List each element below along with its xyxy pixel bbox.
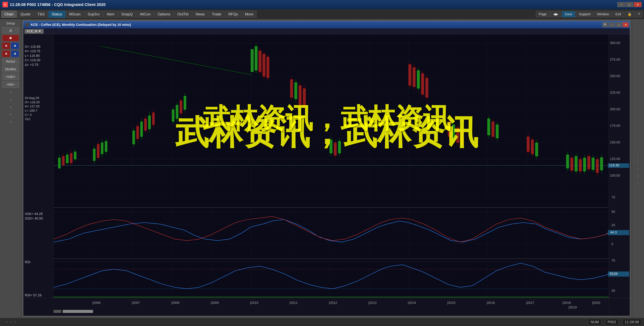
svg-text:|2017: |2017 <box>526 301 534 305</box>
svg-text:125.00: 125.00 <box>610 157 620 161</box>
svg-text:50: 50 <box>612 210 615 214</box>
svg-text:|2010: |2010 <box>250 301 258 305</box>
svg-text:|2018: |2018 <box>562 301 571 305</box>
svg-text:O= 118.20: O= 118.20 <box>25 100 40 104</box>
list-button[interactable]: <list> <box>2 81 19 88</box>
record-button[interactable]: ⏺ <box>2 35 19 41</box>
svg-text:Δ= +3.75: Δ= +3.75 <box>25 63 38 67</box>
chart-close-button[interactable]: ✕ <box>622 22 629 27</box>
chart-container: ⬛ KCE - Coffee (ICE), Monthly Continuati… <box>22 19 632 318</box>
print-button[interactable]: 🖨 <box>2 27 19 34</box>
svg-text:|2019: |2019 <box>568 305 577 309</box>
help-button[interactable]: ? <box>635 11 643 17</box>
svg-text:L= 109.7: L= 109.7 <box>25 109 37 112</box>
setup-label: Setup <box>1 21 20 26</box>
right-menu-buttons: Page ◀▶ Save Support Window Exit 🔒 ? <box>536 11 643 17</box>
title-bar: C 11:28:08 P002 174856 - CQG Integrated … <box>0 0 644 9</box>
svg-text:|2006: |2006 <box>92 301 100 305</box>
chart-title: KCE - Coffee (ICE), Monthly Continuation… <box>31 23 131 27</box>
menu-quote[interactable]: Quote <box>17 11 34 18</box>
chart-tab-kce[interactable]: KCE_M ▼ <box>24 29 44 34</box>
svg-text:|2011: |2011 <box>290 301 298 305</box>
svg-text:75: 75 <box>612 259 615 262</box>
svg-text:100.00: 100.00 <box>610 173 620 177</box>
main-layout: Setup 🖨 ⏺ ✖ ✖ ✖ ✖ ReScl Studies <IntD> <… <box>0 19 644 318</box>
svg-text:O= 115.65: O= 115.65 <box>25 45 40 49</box>
chart-minimize-button[interactable]: − <box>609 22 615 27</box>
svg-text:31C: 31C <box>25 117 30 121</box>
menu-more[interactable]: More <box>242 11 257 18</box>
svg-text:300.00: 300.00 <box>610 41 620 45</box>
svg-text:|2009: |2009 <box>210 301 219 305</box>
svg-text:03 Aug 20: 03 Aug 20 <box>25 96 39 100</box>
menu-options[interactable]: Options <box>154 11 174 18</box>
sidebar-btn-row-1: ✖ ✖ <box>2 42 19 49</box>
studies-button[interactable]: Studies <box>2 66 19 72</box>
svg-rect-203 <box>54 310 61 313</box>
menu-ordtkt[interactable]: OrdTkt <box>174 11 192 18</box>
menu-mscan[interactable]: MScan <box>66 11 84 18</box>
svg-text:RSI: RSI <box>25 260 30 264</box>
close-button[interactable]: ✕ <box>634 2 642 7</box>
btn-blue-2[interactable]: ✖ <box>11 50 19 57</box>
nav-arrows[interactable]: ◀▶ <box>550 11 561 17</box>
svg-text:25: 25 <box>612 223 615 227</box>
svg-text:225.00: 225.00 <box>610 91 620 95</box>
svg-text:|2007: |2007 <box>132 301 140 305</box>
menu-allcon[interactable]: AllCon <box>136 11 154 18</box>
minimize-button[interactable]: − <box>617 2 625 7</box>
svg-text:75: 75 <box>612 195 615 199</box>
svg-text:|2013: |2013 <box>368 301 377 305</box>
svg-text:44.3: 44.3 <box>610 230 616 234</box>
svg-text:L= 115.65: L= 115.65 <box>25 54 40 58</box>
chart-restore-button[interactable]: □ <box>616 22 622 27</box>
svg-rect-71 <box>251 49 254 72</box>
intd-button[interactable]: <IntD> <box>2 74 19 80</box>
svg-text:SSD=  40.50: SSD= 40.50 <box>25 216 43 220</box>
menu-supsrv[interactable]: SupSrv <box>84 11 103 18</box>
btn-blue-1[interactable]: ✖ <box>11 42 19 49</box>
support-button[interactable]: Support <box>576 11 594 17</box>
chart-svg: 44.3 57.26 300.00 <box>23 34 630 316</box>
svg-text:119.30: 119.30 <box>609 163 619 167</box>
menu-news[interactable]: News <box>192 11 208 18</box>
svg-rect-3 <box>23 298 630 316</box>
menu-chart[interactable]: Chart <box>1 11 17 18</box>
chart-window: ⬛ KCE - Coffee (ICE), Monthly Continuati… <box>23 21 630 316</box>
svg-text:RSI=  57.26: RSI= 57.26 <box>25 293 42 297</box>
menu-status[interactable]: Status <box>48 11 65 18</box>
menu-bar: Chart Quote T&S Status MScan SupSrv Aler… <box>0 9 644 19</box>
menu-rfqs[interactable]: RFQs <box>225 11 241 18</box>
menu-alert[interactable]: Alert <box>104 11 118 18</box>
svg-text:|2014: |2014 <box>408 301 416 305</box>
svg-text:50: 50 <box>612 272 615 276</box>
status-bar: • • • NUM P002 11:28:08 <box>0 318 644 326</box>
right-sidebar: • • • • • <box>632 19 644 318</box>
maximize-button[interactable]: □ <box>626 2 633 7</box>
menu-ts[interactable]: T&S <box>34 11 48 18</box>
chart-search-button[interactable]: 🔍 <box>602 22 608 27</box>
window-button[interactable]: Window <box>594 11 612 17</box>
btn-red-1[interactable]: ✖ <box>2 42 10 49</box>
lock-button[interactable]: 🔒 <box>624 11 634 17</box>
svg-text:275.00: 275.00 <box>610 58 620 61</box>
svg-text:25: 25 <box>612 289 615 293</box>
exit-button[interactable]: Exit <box>612 11 624 17</box>
rescl-button[interactable]: ReScl <box>2 58 19 65</box>
sidebar-btn-row-2: ✖ ✖ <box>2 50 19 57</box>
svg-text:0: 0 <box>612 242 613 246</box>
chart-tabs: KCE_M ▼ <box>23 28 630 34</box>
menu-snapq[interactable]: SnapQ <box>118 11 136 18</box>
svg-text:150.00: 150.00 <box>610 140 620 144</box>
chart-inner: 武林资讯，武林资讯 <box>23 34 630 316</box>
page-button[interactable]: Page <box>536 11 550 17</box>
save-button[interactable]: Save <box>562 11 575 17</box>
menu-trade[interactable]: Trade <box>208 11 224 18</box>
chart-titlebar: ⬛ KCE - Coffee (ICE), Monthly Continuati… <box>23 21 630 28</box>
svg-text:175.00: 175.00 <box>610 124 620 128</box>
svg-text:SSK=  44.28: SSK= 44.28 <box>25 212 43 216</box>
svg-text:200.00: 200.00 <box>610 107 620 111</box>
btn-red-2[interactable]: ✖ <box>2 50 10 57</box>
svg-rect-204 <box>63 310 93 313</box>
svg-rect-202 <box>54 296 609 298</box>
